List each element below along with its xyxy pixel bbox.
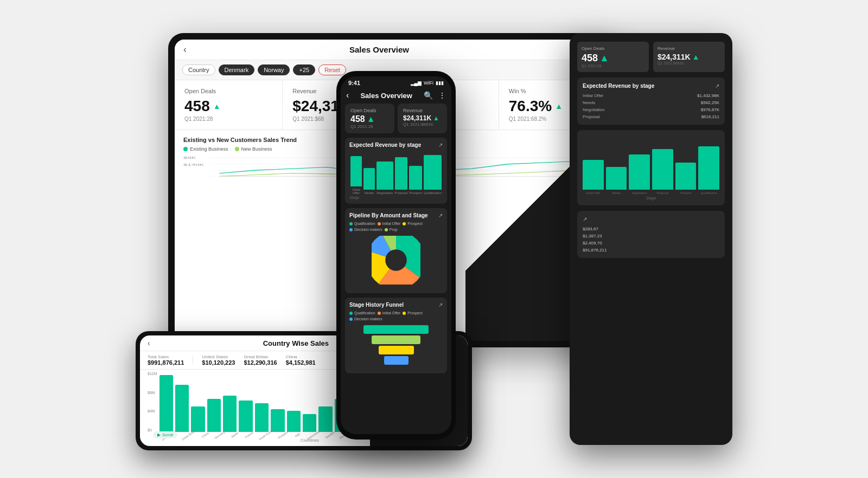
rp-val-1: $283,67 — [583, 227, 719, 231]
phone-expected-section: Expected Revenue by stage ↗ InitialOffer… — [345, 138, 447, 204]
pm-deals-sub: Q1 2021:28 — [350, 124, 389, 129]
phone-expected-title: Expected Revenue by stage — [349, 142, 421, 148]
rp-x-axis: Initial Offer Needs Negotiation Proposal… — [583, 191, 719, 195]
legend-initial-dot — [378, 222, 381, 225]
ls-us-value: $10,120,223 — [202, 359, 235, 366]
scene: ‹ Sales Overview 🔍 ⋮ Country Denmark Nor… — [136, 17, 732, 461]
phone-metric-deals: Open Deals 458 ▲ Q1 2021:28 — [345, 104, 394, 133]
legend-decision-dot — [349, 228, 353, 231]
filter-more[interactable]: +25 — [293, 64, 315, 75]
scroll-label: Scroll — [162, 432, 173, 437]
legend-qual-label: Qualification — [354, 222, 375, 225]
ls-bar-sweden — [318, 406, 332, 432]
pm-deals-arrow: ▲ — [367, 114, 375, 124]
rp-list-row-4: Proposal $616,211 — [583, 114, 719, 119]
rp-list-header: ↗ — [583, 216, 719, 222]
rp-bar-5 — [675, 163, 697, 190]
phone-chart-axis-label: Stage — [349, 196, 443, 199]
bar-neg — [376, 162, 393, 190]
ls-metric-gb: Great Britain $12,290,316 — [244, 354, 277, 366]
rp-row1-label: Initial Offer — [583, 93, 604, 98]
legend-existing-dot — [183, 147, 188, 151]
legend-qualification: Qualification — [349, 222, 375, 225]
phone-center-header: ‹ Sales Overview 🔍 ⋮ — [341, 87, 451, 104]
ls-metric-us: United States $10,120,223 — [202, 354, 235, 366]
filter-norway[interactable]: Norway — [258, 64, 290, 75]
rp-axis-stage-label: Stage — [583, 196, 719, 200]
arrow-up-icon: ▲ — [213, 102, 221, 111]
rp-list-expand[interactable]: ↗ — [583, 216, 587, 222]
rp-list-row-2: Needs $582,25K — [583, 100, 719, 105]
ls-china-label: China — [286, 354, 316, 359]
rp-rev-value: $24,311K ▲ — [658, 53, 720, 61]
rp-val-3: $2,409,70 — [583, 241, 719, 246]
ls-bar-nl — [303, 414, 316, 432]
phone-funnel-expand[interactable]: ↗ — [438, 302, 443, 308]
wifi-icon: WiFi — [424, 80, 433, 86]
phone-funnel-layers — [349, 321, 443, 369]
rp-bar-4 — [652, 149, 673, 190]
rp-bar-2 — [606, 167, 627, 190]
funnel-leg-dec-label: Decision makers — [354, 317, 382, 321]
filter-reset[interactable]: Reset — [318, 64, 346, 75]
legend-new-label: New Business — [241, 146, 272, 152]
bar-group-qual: Qualification — [424, 155, 442, 195]
legend-new: New Business — [235, 146, 272, 152]
phone-center-content[interactable]: Open Deals 458 ▲ Q1 2021:28 Revenue $24,… — [341, 104, 451, 434]
phone-metric-revenue: Revenue $24,311K ▲ Q1 2021:$681K — [398, 104, 447, 133]
right-panel: Open Deals 458 ▲ Q1 2021:28 Revenue $24,… — [570, 33, 732, 445]
rp-val-2-text: $1,387,23 — [583, 234, 602, 238]
phone-back-icon[interactable]: ‹ — [346, 91, 349, 100]
ls-gb-label: Great Britain — [244, 354, 277, 359]
ls-total-value: $991,876,211 — [148, 359, 184, 366]
rp-x-4: Proposal — [652, 191, 673, 195]
legend-decision: Decision makers — [349, 228, 382, 231]
funnel-leg-init-label: Initial Offer — [382, 311, 401, 315]
bar-needs — [363, 168, 375, 190]
legend-qual-dot — [349, 222, 353, 225]
ls-bar-france — [239, 401, 252, 432]
scroll-button[interactable]: ▶ Scroll — [153, 431, 177, 438]
rp-metric-deals: Open Deals 458 ▲ Q1 2021:28 — [577, 42, 649, 72]
rp-list-section: ↗ $283,67 $1,387,23 $2,409,70 $91,876,21… — [577, 211, 725, 258]
bar-group-needs: Needs — [363, 168, 375, 195]
ls-total-label: Total Sales — [148, 354, 184, 359]
bar-label-prop: Proposal — [395, 191, 408, 195]
rp-metric-revenue: Revenue $24,311K ▲ Q1 2021:$681K — [653, 42, 725, 72]
phone-center-screen: 9:41 ▂▄▆ WiFi ▮▮▮ ‹ Sales Overview 🔍 ⋮ — [341, 76, 451, 434]
bar-prospect — [409, 166, 422, 190]
ls-china-value: $4,152,981 — [286, 359, 316, 366]
filter-country[interactable]: Country — [182, 64, 215, 75]
phone-pipeline-legend: Qualification Initial Offer Prospect — [349, 222, 443, 231]
bar-prop — [395, 157, 408, 190]
ls-bar-us — [159, 375, 173, 432]
rp-expected-list: Initial Offer $1,432,98K Needs $582,25K … — [583, 93, 719, 119]
rp-expected-expand[interactable]: ↗ — [715, 83, 719, 89]
phone-center-device: 9:41 ▂▄▆ WiFi ▮▮▮ ‹ Sales Overview 🔍 ⋮ — [336, 71, 456, 440]
phone-metrics-row: Open Deals 458 ▲ Q1 2021:28 Revenue $24,… — [345, 104, 447, 133]
funnel-leg-qual-dot — [349, 312, 353, 315]
rp-x-1: Initial Offer — [583, 191, 604, 195]
rp-rev-sub: Q1 2021:$681K — [658, 61, 720, 65]
bar-qual — [424, 155, 442, 190]
tablet-title: Sales Overview — [187, 45, 572, 54]
phone-more-icon[interactable]: ⋮ — [438, 91, 446, 100]
funnel-legend-qual: Qualification — [349, 311, 375, 315]
legend-new-dot — [235, 147, 239, 151]
ls-bar-italy — [287, 411, 301, 432]
win-arrow-icon: ▲ — [555, 102, 563, 111]
rp-row1-value: $1,432,98K — [697, 93, 719, 98]
phone-search-icon[interactable]: 🔍 — [424, 91, 433, 100]
phone-pie-container — [349, 231, 443, 289]
phone-pipeline-section: Pipeline By Amount and Stage ↗ Qualifica… — [345, 208, 447, 293]
funnel-legend-initial: Initial Offer — [378, 311, 401, 315]
bar-label-neg: Negotiation — [376, 191, 393, 195]
phone-pipeline-expand[interactable]: ↗ — [438, 212, 443, 218]
rp-bar-1 — [583, 160, 604, 190]
rp-row2-label: Needs — [583, 100, 595, 105]
filter-denmark[interactable]: Denmark — [219, 64, 255, 75]
y-label-8m: $8M — [148, 391, 157, 395]
phone-expected-expand[interactable]: ↗ — [438, 142, 443, 148]
legend-existing: Existing Business — [183, 146, 228, 152]
ls-bar-japan — [223, 396, 237, 432]
